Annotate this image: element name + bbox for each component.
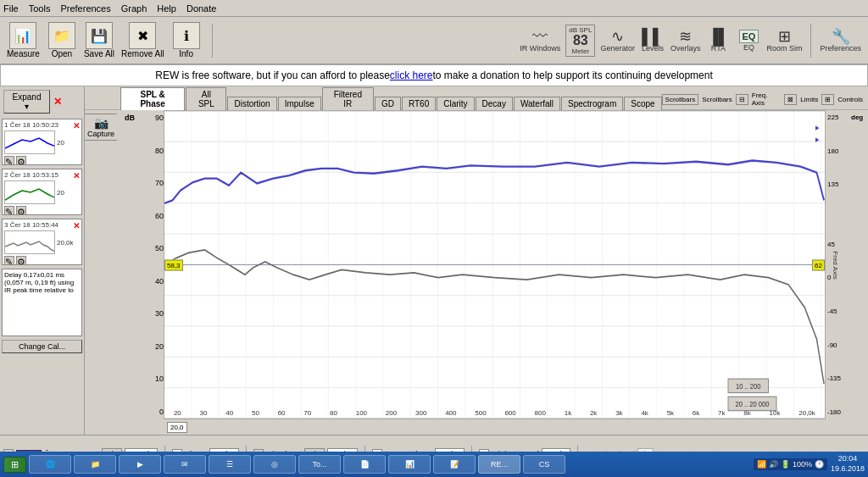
preferences-button[interactable]: 🔧 Preferences bbox=[820, 29, 861, 53]
toolbar-separator bbox=[212, 24, 213, 58]
tab-all-spl[interactable]: All SPL bbox=[186, 87, 226, 111]
svg-text:▸: ▸ bbox=[815, 135, 819, 145]
trace-1[interactable]: 1 Čer 18 10:50:23 ✕ 20 ✎ ⚙ bbox=[2, 119, 82, 165]
trace-3-edit[interactable]: ✎ bbox=[4, 256, 14, 265]
overlays-button[interactable]: ≋ Overlays bbox=[670, 29, 701, 53]
x-axis-start: 20,0 bbox=[167, 422, 187, 433]
tab-spl-phase[interactable]: SPL & Phase bbox=[120, 87, 185, 111]
info-icon: ℹ bbox=[173, 22, 200, 49]
trace-1-settings[interactable]: ⚙ bbox=[16, 156, 26, 165]
freq-axis-button[interactable]: ⊟ bbox=[736, 94, 748, 105]
y-axis-left: 90 80 70 60 50 40 30 20 10 0 bbox=[142, 110, 164, 419]
tab-decay[interactable]: Decay bbox=[476, 97, 513, 111]
trace-3[interactable]: 3 Čer 18 10:55:44 ✕ 20,0k ✎ ⚙ bbox=[2, 219, 82, 265]
taskbar-mail[interactable]: ✉ bbox=[164, 455, 206, 474]
y-axis-left-label: dB bbox=[125, 114, 135, 122]
scrollbars-label: Scrollbars bbox=[702, 96, 732, 103]
battery-icon: 🔋 bbox=[781, 460, 790, 469]
ir-windows-button[interactable]: 〰 IR Windows bbox=[520, 29, 560, 53]
taskbar-logo1[interactable]: ☰ bbox=[209, 455, 251, 474]
trace-1-close[interactable]: ✕ bbox=[73, 121, 80, 130]
rta-button[interactable]: ▐▌ RTA bbox=[705, 29, 731, 53]
capture-button[interactable]: 📷 Capture bbox=[85, 114, 119, 141]
start-button[interactable]: ⊞ bbox=[3, 457, 26, 473]
open-button[interactable]: 📁 Open bbox=[47, 22, 77, 58]
trace-2-close[interactable]: ✕ bbox=[73, 171, 80, 180]
menu-donate[interactable]: Donate bbox=[186, 3, 216, 14]
tab-rt60[interactable]: RT60 bbox=[402, 97, 436, 111]
controls-button[interactable]: ⊞ bbox=[821, 94, 834, 105]
spl-meter-button[interactable]: dB SPL 83 Meter bbox=[565, 25, 595, 57]
trace-2-mini-chart bbox=[5, 181, 55, 204]
tab-gd[interactable]: GD bbox=[375, 97, 401, 111]
toolbar-separator-2 bbox=[810, 24, 811, 58]
taskbar-app-word[interactable]: 📝 bbox=[433, 455, 476, 474]
change-cal-button[interactable]: Change Cal... bbox=[2, 340, 82, 353]
taskbar-chrome[interactable]: ◎ bbox=[253, 455, 296, 474]
freq-axis-label: Freq. Axis bbox=[752, 92, 782, 107]
camera-icon: 📷 bbox=[94, 116, 108, 130]
taskbar-app-excel[interactable]: 📊 bbox=[388, 455, 431, 474]
tab-spectrogram[interactable]: Spectrogram bbox=[561, 97, 623, 111]
remove-icon: ✖ bbox=[129, 22, 156, 49]
taskbar-folder[interactable]: 📁 bbox=[74, 455, 116, 474]
measure-button[interactable]: 📊 Measure bbox=[7, 22, 40, 58]
tab-waterfall[interactable]: Waterfall bbox=[514, 97, 560, 111]
trace-2-edit[interactable]: ✎ bbox=[4, 206, 14, 215]
tab-filtered-ir[interactable]: Filtered IR bbox=[322, 87, 374, 111]
trace-1-edit[interactable]: ✎ bbox=[4, 156, 14, 165]
menu-preferences[interactable]: Preferences bbox=[60, 3, 110, 14]
main-content: Expand ▾ ✕ 1 Čer 18 10:50:23 ✕ 20 ✎ ⚙ bbox=[0, 86, 868, 435]
taskbar-app-to[interactable]: 📄 bbox=[343, 455, 386, 474]
left-marker: 58,3 bbox=[164, 259, 183, 270]
chart-canvas[interactable]: 58,3 62 bbox=[164, 110, 826, 419]
tab-clarity[interactable]: Clarity bbox=[437, 97, 474, 111]
measure-icon: 📊 bbox=[9, 22, 36, 49]
menu-tools[interactable]: Tools bbox=[29, 3, 51, 14]
save-all-button[interactable]: 💾 Save All bbox=[84, 22, 114, 58]
taskbar-rew-label: RE... bbox=[491, 460, 508, 469]
svg-text:10 .. 200: 10 .. 200 bbox=[736, 381, 761, 391]
expand-button[interactable]: Expand ▾ bbox=[3, 90, 50, 114]
taskbar-ie[interactable]: 🌐 bbox=[29, 455, 71, 474]
svg-text:20 .. 20 000: 20 .. 20 000 bbox=[735, 399, 769, 408]
tab-scope[interactable]: Scope bbox=[624, 97, 661, 111]
system-tray: 📶 🔊 🔋 100% 🕐 bbox=[754, 458, 827, 470]
delay-info: Delay 0,17±0,01 ms (0,057 m, 0,19 ft) us… bbox=[2, 269, 82, 336]
scrollbars-button[interactable]: Scrollbars bbox=[662, 94, 699, 105]
trace-2[interactable]: 2 Čer 18 10:53:15 ✕ 20 ✎ ⚙ bbox=[2, 169, 82, 215]
taskbar-media[interactable]: ▶ bbox=[119, 455, 161, 474]
levels-button[interactable]: ▌▌ Levels bbox=[640, 29, 665, 53]
trace-3-mini-chart bbox=[5, 231, 55, 254]
y-axis-right-label: deg bbox=[851, 110, 868, 419]
main-chart-svg: 10 .. 200 20 .. 20 000 ▸ ▸ bbox=[164, 111, 825, 419]
menu-bar: File Tools Preferences Graph Help Donate bbox=[0, 0, 868, 17]
controls-label: Controls bbox=[837, 96, 863, 103]
open-icon: 📁 bbox=[48, 22, 75, 49]
room-sim-button[interactable]: ⊞ Room Sim bbox=[766, 29, 802, 53]
taskbar-app-rew[interactable]: RE... bbox=[478, 455, 520, 474]
svg-text:▸: ▸ bbox=[815, 123, 819, 133]
tab-impulse[interactable]: Impulse bbox=[278, 97, 321, 111]
menu-help[interactable]: Help bbox=[157, 3, 176, 14]
generator-button[interactable]: ∿ Generator bbox=[600, 29, 635, 53]
info-bar: REW is free software, but if you can aff… bbox=[0, 64, 868, 86]
limits-button[interactable]: ⊠ bbox=[784, 94, 797, 105]
menu-file[interactable]: File bbox=[3, 3, 19, 14]
taskbar-app-cs[interactable]: CS bbox=[523, 455, 565, 474]
network-icon: 📶 bbox=[757, 460, 766, 469]
donate-link[interactable]: click here bbox=[390, 69, 433, 81]
menu-graph[interactable]: Graph bbox=[121, 3, 147, 14]
trace-2-settings[interactable]: ⚙ bbox=[16, 206, 26, 215]
trace-3-close[interactable]: ✕ bbox=[73, 221, 80, 230]
trace-3-settings[interactable]: ⚙ bbox=[16, 256, 26, 265]
right-marker: 62 bbox=[812, 259, 825, 270]
tab-distortion[interactable]: Distortion bbox=[227, 97, 276, 111]
close-icon[interactable]: ✕ bbox=[53, 96, 62, 108]
taskbar-app-pr[interactable]: To... bbox=[298, 455, 341, 474]
info-button[interactable]: ℹ Info bbox=[171, 22, 202, 58]
speaker-icon: 🔊 bbox=[769, 460, 778, 469]
eq-button[interactable]: EQ EQ bbox=[736, 30, 761, 52]
remove-all-button[interactable]: ✖ Remove All bbox=[121, 22, 164, 58]
y-axis-right: 225 180 135 45 0 -45 -90 -135 -180 Fred … bbox=[826, 110, 851, 419]
